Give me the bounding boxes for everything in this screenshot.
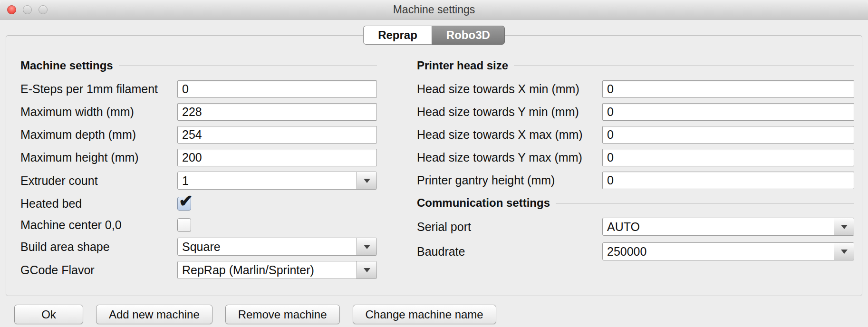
dropdown-button[interactable] (357, 238, 376, 255)
gantry-height-row: Printer gantry height (mm) (417, 172, 854, 189)
chevron-down-icon (364, 245, 370, 249)
baudrate-row: Baudrate 250000 (417, 242, 854, 260)
serial-port-row: Serial port AUTO (417, 218, 854, 236)
extruder-count-value: 1 (178, 172, 357, 189)
build-area-shape-select[interactable]: Square (177, 238, 377, 256)
head-y-max-label: Head size towards Y max (mm) (417, 151, 602, 164)
max-width-label: Maximum width (mm) (20, 105, 177, 119)
head-y-min-label: Head size towards Y min (mm) (417, 105, 602, 119)
gcode-flavor-row: GCode Flavor RepRap (Marlin/Sprinter) (20, 261, 377, 279)
communication-settings-header: Communication settings (417, 196, 854, 210)
serial-port-select[interactable]: AUTO (602, 218, 854, 236)
head-x-min-input[interactable] (602, 80, 854, 98)
minimize-button[interactable] (23, 5, 32, 14)
head-y-min-row: Head size towards Y min (mm) (417, 103, 854, 121)
baudrate-value: 250000 (603, 243, 834, 260)
dropdown-button[interactable] (357, 172, 376, 189)
head-y-max-input[interactable] (602, 149, 854, 166)
max-depth-label: Maximum depth (mm) (20, 128, 177, 142)
e-steps-input[interactable] (177, 80, 377, 98)
head-x-max-input[interactable] (602, 126, 854, 144)
extruder-count-label: Extruder count (20, 174, 177, 188)
heated-bed-row: Heated bed (20, 195, 377, 212)
dropdown-button[interactable] (357, 261, 376, 279)
head-x-max-label: Head size towards X max (mm) (417, 128, 602, 142)
change-machine-name-button[interactable]: Change machine name (353, 305, 496, 324)
tab-robo3d[interactable]: Robo3D (432, 26, 505, 45)
max-height-input[interactable] (177, 149, 377, 166)
head-x-max-row: Head size towards X max (mm) (417, 126, 854, 144)
machine-center-checkbox[interactable] (177, 218, 191, 232)
head-y-min-input[interactable] (602, 103, 854, 121)
max-width-input[interactable] (177, 103, 377, 121)
baudrate-select[interactable]: 250000 (602, 242, 854, 260)
chevron-down-icon (364, 179, 370, 183)
serial-port-value: AUTO (603, 218, 834, 235)
tab-reprap[interactable]: Reprap (363, 26, 432, 45)
chevron-down-icon (364, 268, 370, 272)
gantry-height-label: Printer gantry height (mm) (417, 173, 602, 187)
dropdown-button[interactable] (834, 218, 854, 235)
max-height-row: Maximum height (mm) (20, 149, 377, 166)
printer-head-header: Printer head size (417, 58, 854, 73)
e-steps-row: E-Steps per 1mm filament (20, 80, 377, 98)
max-height-label: Maximum height (mm) (20, 151, 177, 164)
window-title: Machine settings (0, 3, 868, 16)
gantry-height-input[interactable] (602, 172, 854, 189)
close-button[interactable] (7, 5, 16, 14)
extruder-count-row: Extruder count 1 (20, 172, 377, 190)
machine-settings-section: Machine settings E-Steps per 1mm filamen… (20, 58, 377, 284)
machine-center-label: Machine center 0,0 (20, 218, 177, 232)
build-area-shape-label: Build area shape (20, 240, 177, 254)
titlebar: Machine settings (0, 0, 868, 19)
max-width-row: Maximum width (mm) (20, 103, 377, 121)
settings-panel: Machine settings E-Steps per 1mm filamen… (6, 35, 862, 296)
head-y-max-row: Head size towards Y max (mm) (417, 149, 854, 166)
gcode-flavor-value: RepRap (Marlin/Sprinter) (178, 261, 357, 279)
heated-bed-label: Heated bed (20, 197, 177, 211)
ok-button[interactable]: Ok (14, 305, 83, 324)
machine-center-row: Machine center 0,0 (20, 216, 377, 233)
gcode-flavor-select[interactable]: RepRap (Marlin/Sprinter) (177, 261, 377, 279)
baudrate-label: Baudrate (417, 245, 602, 259)
serial-port-label: Serial port (417, 220, 602, 234)
dialog-buttons: Ok Add new machine Remove machine Change… (14, 305, 868, 324)
heated-bed-checkbox[interactable] (177, 197, 191, 211)
build-area-shape-row: Build area shape Square (20, 238, 377, 256)
add-machine-button[interactable]: Add new machine (96, 305, 212, 324)
chevron-down-icon (841, 250, 848, 254)
window-controls (7, 0, 48, 19)
e-steps-label: E-Steps per 1mm filament (20, 82, 177, 96)
chevron-down-icon (841, 225, 848, 229)
extruder-count-select[interactable]: 1 (177, 172, 377, 190)
head-x-min-row: Head size towards X min (mm) (417, 80, 854, 98)
machine-tabs: Reprap Robo3D (0, 26, 868, 45)
build-area-shape-value: Square (178, 238, 357, 255)
max-depth-row: Maximum depth (mm) (20, 126, 377, 144)
machine-settings-header: Machine settings (20, 58, 377, 73)
dropdown-button[interactable] (834, 243, 854, 260)
zoom-button[interactable] (39, 5, 48, 14)
gcode-flavor-label: GCode Flavor (20, 263, 177, 277)
remove-machine-button[interactable]: Remove machine (225, 305, 340, 324)
printer-head-section: Printer head size Head size towards X mi… (417, 58, 854, 284)
head-x-min-label: Head size towards X min (mm) (417, 82, 602, 96)
max-depth-input[interactable] (177, 126, 377, 144)
machine-settings-window: Machine settings Reprap Robo3D Machine s… (0, 0, 868, 327)
